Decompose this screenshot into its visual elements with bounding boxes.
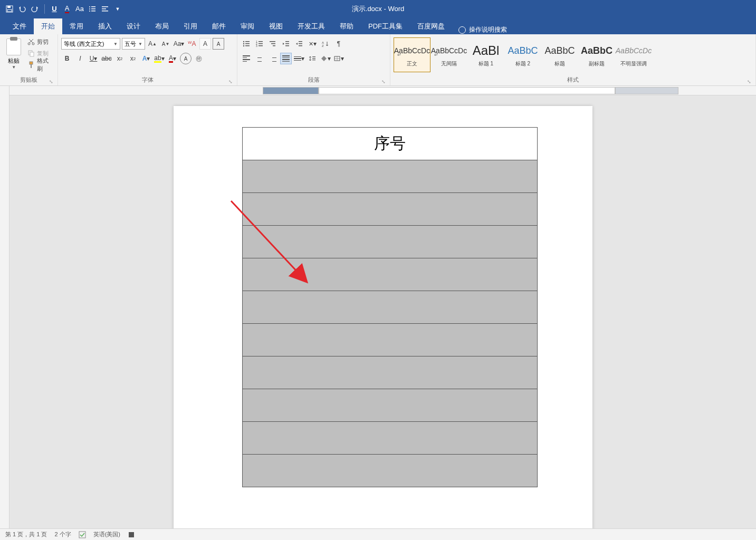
align-left-button[interactable] [241, 53, 252, 64]
clear-formatting-button[interactable]: A [199, 38, 211, 50]
bold-button[interactable]: B [61, 53, 73, 64]
grow-font-button[interactable]: A▲ [147, 38, 158, 50]
scissors-icon [27, 38, 35, 45]
status-words[interactable]: 2 个字 [54, 531, 71, 538]
style-heading2[interactable]: AaBbC 标题 2 [504, 37, 541, 72]
enclose-characters-button[interactable]: ㊕ [193, 53, 205, 64]
tab-baidu[interactable]: 百度网盘 [410, 18, 452, 34]
asian-layout-button[interactable]: ✕▾ [307, 38, 318, 50]
styles-group: ↵ AaBbCcDc 正文 ↵ AaBbCcDc 无间隔 AaBl 标题 1 A… [390, 34, 756, 85]
shading-button[interactable]: ▾ [320, 53, 331, 64]
line-spacing-button[interactable] [307, 53, 318, 64]
save-button[interactable] [4, 4, 15, 14]
tab-design[interactable]: 设计 [119, 18, 148, 34]
qat-align-button[interactable] [100, 4, 110, 14]
tab-pdf[interactable]: PDF工具集 [361, 18, 410, 34]
style-normal[interactable]: ↵ AaBbCcDc 正文 [394, 37, 430, 72]
shrink-font-button[interactable]: A▼ [160, 38, 171, 50]
superscript-button[interactable]: x2 [127, 53, 139, 64]
cut-button[interactable]: 剪切 [26, 36, 54, 47]
undo-button[interactable] [17, 4, 27, 14]
tab-file[interactable]: 文件 [5, 18, 34, 34]
character-shading-button[interactable]: A [180, 53, 192, 64]
subscript-button[interactable]: x2 [114, 53, 126, 64]
text-effects-button[interactable]: A▾ [140, 53, 152, 64]
table-header-cell[interactable]: 序号 [242, 128, 537, 160]
svg-rect-41 [312, 56, 315, 57]
underline-button[interactable]: U▾ [88, 53, 99, 64]
tab-review[interactable]: 审阅 [233, 18, 262, 34]
qat-font-color-button[interactable]: A [62, 4, 72, 14]
numbering-button[interactable]: 123 [254, 38, 265, 50]
vertical-ruler[interactable] [0, 86, 9, 528]
tab-view[interactable]: 视图 [262, 18, 290, 34]
paragraph-launcher[interactable]: ⤡ [381, 79, 386, 84]
table-row[interactable] [242, 258, 537, 291]
show-hide-button[interactable]: ¶ [333, 38, 344, 50]
tab-layout[interactable]: 布局 [148, 18, 176, 34]
style-heading1[interactable]: AaBl 标题 1 [467, 37, 504, 72]
table-row[interactable] [242, 291, 537, 324]
table-row[interactable] [242, 422, 537, 455]
style-subtle-emphasis[interactable]: AaBbCcDc 不明显强调 [615, 37, 652, 72]
tab-references[interactable]: 引用 [176, 18, 205, 34]
redo-button[interactable] [30, 4, 40, 14]
table-row[interactable] [242, 193, 537, 226]
horizontal-ruler[interactable] [9, 86, 756, 95]
qat-change-case-button[interactable]: Aa [74, 4, 85, 14]
table-row[interactable] [242, 455, 537, 487]
style-subtitle[interactable]: AaBbC 副标题 [578, 37, 615, 72]
status-proofing-icon[interactable] [79, 531, 86, 538]
sort-button[interactable]: AZ [320, 38, 331, 50]
table-row[interactable] [242, 226, 537, 258]
highlight-button[interactable]: ab▾ [154, 53, 165, 64]
style-title[interactable]: AaBbC 标题 [541, 37, 578, 72]
tab-developer[interactable]: 开发工具 [290, 18, 332, 34]
table-row[interactable] [242, 356, 537, 389]
qat-list-button[interactable] [87, 4, 98, 14]
decrease-indent-button[interactable] [280, 38, 292, 50]
status-language[interactable]: 英语(美国) [93, 531, 120, 538]
paragraph-group-label: 段落 [308, 76, 320, 83]
increase-indent-button[interactable] [293, 38, 305, 50]
multilevel-list-button[interactable] [267, 38, 279, 50]
document-table[interactable]: 序号 [242, 127, 538, 487]
styles-launcher[interactable]: ⤡ [747, 79, 751, 84]
phonetic-guide-button[interactable]: ᵂA [186, 38, 198, 50]
tell-me-search[interactable]: 操作说明搜索 [452, 25, 513, 34]
bullets-button[interactable] [241, 38, 252, 50]
italic-button[interactable]: I [74, 53, 86, 64]
distributed-button[interactable]: ▾ [293, 53, 305, 64]
font-name-combo[interactable]: 等线 (西文正文)▼ [61, 38, 120, 50]
font-color-button[interactable]: A▾ [167, 53, 178, 64]
clipboard-launcher[interactable]: ⤡ [49, 79, 53, 84]
tab-home[interactable]: 开始 [34, 18, 62, 34]
qat-underline-button[interactable]: U [49, 4, 60, 14]
strikethrough-button[interactable]: abc [101, 53, 112, 64]
styles-gallery[interactable]: ↵ AaBbCcDc 正文 ↵ AaBbCcDc 无间隔 AaBl 标题 1 A… [394, 36, 752, 72]
align-right-button[interactable] [267, 53, 279, 64]
svg-rect-9 [102, 6, 108, 7]
table-row[interactable] [242, 324, 537, 356]
justify-button[interactable] [280, 53, 292, 64]
character-border-button[interactable]: A [213, 38, 224, 50]
paste-button[interactable]: 粘贴 ▼ [3, 36, 24, 74]
tab-mailings[interactable]: 邮件 [205, 18, 233, 34]
font-launcher[interactable]: ⤡ [228, 79, 233, 84]
change-case-button[interactable]: Aa▾ [173, 38, 185, 50]
table-row[interactable] [242, 160, 537, 193]
borders-button[interactable]: ▾ [333, 53, 344, 64]
tab-help[interactable]: 帮助 [332, 18, 361, 34]
document-page[interactable]: 序号 [174, 106, 592, 528]
font-size-combo[interactable]: 五号▼ [122, 38, 145, 50]
align-center-button[interactable] [254, 53, 265, 64]
page-scroll-container[interactable]: 序号 [9, 95, 756, 528]
tab-common[interactable]: 常用 [62, 18, 91, 34]
style-no-spacing[interactable]: ↵ AaBbCcDc 无间隔 [430, 37, 467, 72]
qat-customize-button[interactable]: ▼ [112, 4, 123, 14]
status-macro-icon[interactable] [128, 531, 135, 538]
format-painter-button[interactable]: 格式刷 [26, 60, 54, 70]
tab-insert[interactable]: 插入 [91, 18, 119, 34]
status-page[interactable]: 第 1 页，共 1 页 [5, 531, 47, 538]
table-row[interactable] [242, 389, 537, 422]
